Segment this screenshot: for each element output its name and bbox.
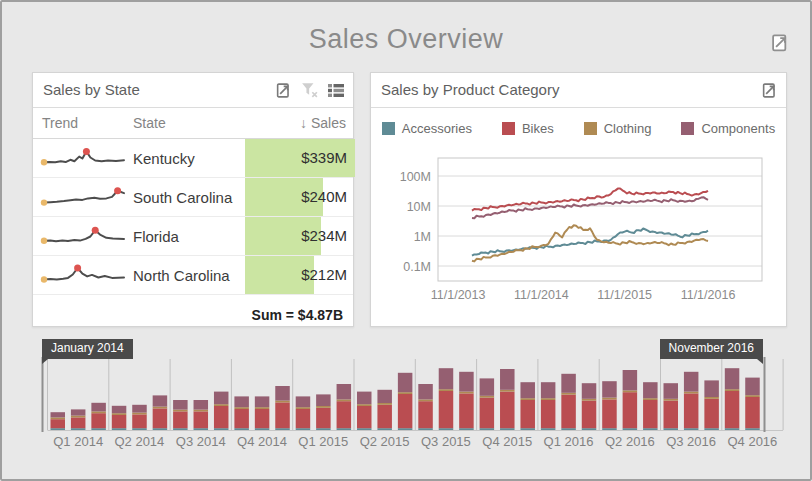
- range-bar-segment-accessories[interactable]: [132, 428, 147, 430]
- range-bar-segment-clothing[interactable]: [377, 403, 392, 405]
- range-bar-segment-bikes[interactable]: [643, 400, 658, 428]
- range-bar-segment-bikes[interactable]: [51, 419, 66, 428]
- range-bar-segment-accessories[interactable]: [602, 428, 617, 430]
- range-bar-segment-components[interactable]: [377, 390, 392, 403]
- range-bar-segment-accessories[interactable]: [91, 428, 106, 430]
- table-row[interactable]: South Carolina $240M: [33, 178, 353, 217]
- range-bar-segment-accessories[interactable]: [561, 428, 576, 430]
- range-bar-segment-accessories[interactable]: [194, 428, 209, 430]
- legend-item-bikes[interactable]: Bikes: [502, 121, 554, 136]
- range-bar-segment-clothing[interactable]: [459, 392, 474, 394]
- range-bar-segment-components[interactable]: [704, 380, 719, 397]
- export-icon[interactable]: [275, 82, 292, 99]
- range-bar-segment-accessories[interactable]: [643, 428, 658, 430]
- range-bar-segment-components[interactable]: [296, 396, 311, 407]
- range-bar-segment-clothing[interactable]: [71, 416, 86, 418]
- range-bar-segment-accessories[interactable]: [275, 428, 290, 430]
- range-bar-segment-bikes[interactable]: [296, 409, 311, 428]
- range-bar-segment-accessories[interactable]: [255, 428, 270, 430]
- range-bar-segment-accessories[interactable]: [71, 428, 86, 430]
- range-bar-segment-bikes[interactable]: [439, 391, 454, 428]
- range-bar-segment-bikes[interactable]: [520, 400, 535, 428]
- legend-item-components[interactable]: Components: [681, 121, 775, 136]
- range-bar-segment-accessories[interactable]: [51, 428, 66, 430]
- export-icon[interactable]: [770, 33, 790, 53]
- range-bar-segment-clothing[interactable]: [439, 389, 454, 391]
- range-bar-segment-accessories[interactable]: [112, 428, 127, 430]
- range-bar-segment-clothing[interactable]: [255, 407, 270, 409]
- range-bar-segment-bikes[interactable]: [91, 413, 106, 428]
- range-bar-segment-components[interactable]: [745, 378, 760, 396]
- range-bar-segment-clothing[interactable]: [704, 397, 719, 399]
- range-bar-segment-components[interactable]: [418, 384, 433, 399]
- range-bar-segment-components[interactable]: [664, 383, 679, 399]
- range-bar-segment-clothing[interactable]: [296, 407, 311, 409]
- range-bar-segment-bikes[interactable]: [173, 411, 188, 428]
- legend-item-clothing[interactable]: Clothing: [584, 121, 652, 136]
- range-bar-segment-components[interactable]: [459, 372, 474, 392]
- range-bar-segment-accessories[interactable]: [684, 428, 699, 430]
- range-bar-segment-components[interactable]: [602, 381, 617, 397]
- range-bar-segment-components[interactable]: [275, 386, 290, 401]
- range-bar-segment-accessories[interactable]: [439, 428, 454, 430]
- range-bar-segment-clothing[interactable]: [214, 404, 229, 406]
- table-row[interactable]: North Carolina $212M: [33, 256, 353, 295]
- range-bar-segment-clothing[interactable]: [480, 396, 495, 398]
- range-bar-segment-clothing[interactable]: [275, 401, 290, 403]
- legend-item-accessories[interactable]: Accessories: [382, 121, 472, 136]
- range-bar-segment-clothing[interactable]: [623, 390, 638, 392]
- range-bar-segment-bikes[interactable]: [255, 409, 270, 428]
- range-bar-segment-components[interactable]: [520, 382, 535, 398]
- range-bar-segment-bikes[interactable]: [234, 409, 249, 428]
- range-bar-segment-components[interactable]: [194, 400, 209, 410]
- range-bar-segment-components[interactable]: [132, 405, 147, 413]
- range-bar-segment-components[interactable]: [398, 373, 413, 392]
- range-bar-segment-bikes[interactable]: [704, 399, 719, 428]
- clear-filter-icon[interactable]: [301, 82, 318, 98]
- range-bar-segment-clothing[interactable]: [602, 398, 617, 400]
- range-bar-segment-bikes[interactable]: [745, 397, 760, 428]
- range-bar-segment-accessories[interactable]: [745, 428, 760, 430]
- range-bar-segment-components[interactable]: [255, 396, 270, 407]
- range-bar-segment-components[interactable]: [684, 372, 699, 392]
- table-row[interactable]: Florida $234M: [33, 217, 353, 256]
- range-bar-segment-bikes[interactable]: [316, 408, 331, 428]
- range-bar-segment-components[interactable]: [153, 395, 168, 406]
- range-bar-segment-components[interactable]: [582, 383, 597, 399]
- range-bar-segment-accessories[interactable]: [357, 428, 372, 430]
- range-bar-segment-accessories[interactable]: [480, 428, 495, 430]
- range-bar-segment-components[interactable]: [439, 368, 454, 389]
- range-bar-segment-bikes[interactable]: [132, 414, 147, 428]
- range-bar-segment-accessories[interactable]: [234, 428, 249, 430]
- range-bar-segment-bikes[interactable]: [664, 401, 679, 429]
- range-bar-segment-components[interactable]: [51, 412, 66, 417]
- column-header-sales[interactable]: ↓ Sales: [245, 115, 355, 131]
- range-bar-segment-components[interactable]: [234, 396, 249, 407]
- range-bar-segment-components[interactable]: [316, 394, 331, 406]
- range-bar-segment-bikes[interactable]: [214, 406, 229, 428]
- range-bar-segment-clothing[interactable]: [153, 407, 168, 409]
- range-bar-segment-accessories[interactable]: [173, 428, 188, 430]
- range-bar-segment-components[interactable]: [561, 374, 576, 393]
- range-bar-segment-components[interactable]: [643, 382, 658, 398]
- range-bar-segment-components[interactable]: [91, 403, 106, 412]
- range-bar-segment-clothing[interactable]: [316, 406, 331, 408]
- range-bar-segment-bikes[interactable]: [500, 392, 515, 429]
- table-row[interactable]: Kentucky $339M: [33, 139, 353, 178]
- range-bar-segment-accessories[interactable]: [623, 428, 638, 430]
- range-bar-segment-clothing[interactable]: [398, 392, 413, 394]
- range-bar-segment-bikes[interactable]: [194, 411, 209, 428]
- range-bar-segment-accessories[interactable]: [316, 428, 331, 430]
- range-bar-segment-accessories[interactable]: [520, 428, 535, 430]
- range-bar-segment-components[interactable]: [112, 406, 127, 413]
- range-bar-segment-bikes[interactable]: [459, 393, 474, 428]
- range-bar-segment-bikes[interactable]: [602, 399, 617, 428]
- range-bar-segment-clothing[interactable]: [132, 413, 147, 415]
- range-bar-segment-components[interactable]: [357, 392, 372, 405]
- range-bar-segment-clothing[interactable]: [725, 389, 740, 391]
- range-bar-segment-bikes[interactable]: [337, 401, 352, 428]
- range-bar-segment-clothing[interactable]: [91, 411, 106, 413]
- range-bar-segment-accessories[interactable]: [725, 428, 740, 430]
- range-bar-segment-bikes[interactable]: [480, 398, 495, 429]
- range-bar-segment-components[interactable]: [480, 378, 495, 395]
